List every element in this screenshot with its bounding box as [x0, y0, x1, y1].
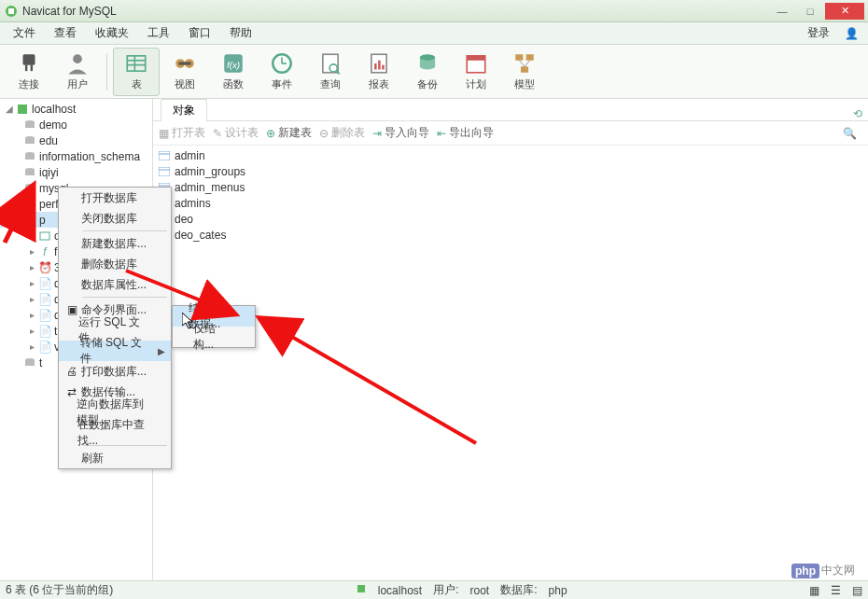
status-grid-icon[interactable]: ▦	[809, 584, 819, 597]
connection-label: localhost	[32, 103, 76, 116]
svg-rect-3	[25, 65, 27, 72]
tool-connection[interactable]: 连接	[6, 48, 52, 96]
tool-model[interactable]: 模型	[501, 48, 548, 96]
minimize-button[interactable]: —	[769, 3, 795, 20]
menu-help[interactable]: 帮助	[220, 23, 261, 43]
status-connection: localhost	[378, 584, 422, 597]
ctx-separator	[83, 230, 167, 231]
tree-db-informationschema[interactable]: information_schema	[0, 148, 152, 164]
objbar-delete[interactable]: ⊖删除表	[319, 125, 365, 141]
app-icon	[4, 4, 19, 19]
table-row[interactable]: deo_cates	[153, 227, 868, 243]
database-icon	[22, 133, 37, 148]
expand-icon[interactable]: ▸	[26, 294, 37, 304]
tool-table[interactable]: 表	[113, 48, 160, 96]
objbar-import[interactable]: ⇥导入向导	[372, 125, 429, 141]
folder-icon: 📄	[37, 324, 52, 339]
tab-objects[interactable]: 对象	[161, 99, 207, 121]
expand-icon[interactable]: ▸	[26, 278, 37, 288]
objbar-new[interactable]: ⊕新建表	[266, 125, 312, 141]
tool-query[interactable]: 查询	[307, 48, 354, 96]
table-row[interactable]: admin_menus	[153, 179, 868, 195]
login-link[interactable]: 登录	[798, 23, 839, 43]
svg-rect-47	[25, 217, 35, 223]
svg-rect-39	[25, 154, 35, 160]
status-detail-icon[interactable]: ▤	[852, 584, 862, 597]
menu-favorites[interactable]: 收藏夹	[86, 23, 138, 43]
expand-icon[interactable]: ◢	[4, 104, 15, 114]
objbar-design[interactable]: ✎设计表	[213, 125, 259, 141]
tab-sync-icon[interactable]: ⟲	[853, 107, 862, 120]
ctx-separator	[83, 297, 167, 298]
tree-db-demo[interactable]: demo	[0, 117, 152, 132]
watermark: php 中文网	[791, 563, 855, 578]
tree-connection[interactable]: ◢ localhost	[0, 101, 152, 117]
window-title: Navicat for MySQL	[22, 5, 769, 18]
ctx-open-db[interactable]: 打开数据库	[59, 188, 171, 208]
ctx-print-db[interactable]: 🖨打印数据库...	[59, 361, 171, 382]
expand-icon[interactable]: ▸	[26, 262, 37, 272]
database-icon	[22, 165, 37, 180]
tree-db-edu[interactable]: edu	[0, 132, 152, 148]
window-controls: — □ ✕	[769, 3, 864, 20]
ctx-delete-db[interactable]: 删除数据库	[59, 254, 171, 274]
status-list-icon[interactable]: ☰	[831, 584, 841, 597]
schedule-icon	[464, 51, 488, 76]
menu-file[interactable]: 文件	[4, 23, 45, 43]
svg-point-5	[73, 54, 82, 63]
table-row[interactable]: admin_groups	[153, 163, 868, 179]
tree-db-iqiyi[interactable]: iqiyi	[0, 164, 152, 180]
menu-tools[interactable]: 工具	[138, 23, 179, 43]
menu-bar: 文件 查看 收藏夹 工具 窗口 帮助 登录 👤	[0, 22, 868, 45]
ctx-dump-sql[interactable]: 转储 SQL 文件▶	[59, 341, 171, 361]
search-icon[interactable]: 🔍	[843, 127, 857, 140]
svg-rect-48	[40, 232, 49, 240]
status-user-label: 用户:	[433, 582, 458, 598]
ctx-refresh[interactable]: 刷新	[59, 448, 171, 468]
expand-icon[interactable]: ▸	[26, 230, 37, 241]
expand-icon[interactable]: ▸	[26, 326, 37, 336]
ctx-db-props[interactable]: 数据库属性...	[59, 274, 171, 295]
ctx-close-db[interactable]: 关闭数据库	[59, 208, 171, 229]
database-icon	[22, 118, 37, 132]
ctx-new-db[interactable]: 新建数据库...	[59, 233, 171, 254]
tool-backup[interactable]: 备份	[404, 48, 451, 96]
folder-icon: 📄	[37, 308, 52, 323]
table-row[interactable]: admins	[153, 195, 868, 211]
menu-view[interactable]: 查看	[45, 23, 86, 43]
table-list: admin admin_groups admin_menus admins de…	[153, 146, 868, 580]
objbar-open[interactable]: ▦打开表	[159, 125, 205, 141]
svg-line-32	[525, 61, 530, 67]
tool-view[interactable]: 视图	[161, 48, 208, 96]
expand-icon[interactable]: ▸	[26, 246, 37, 257]
content-area: 对象 ⟲ ▦打开表 ✎设计表 ⊕新建表 ⊖删除表 ⇥导入向导 ⇤导出向导 🔍 a…	[153, 99, 868, 580]
tool-schedule[interactable]: 计划	[453, 48, 499, 96]
plug-icon	[17, 51, 41, 76]
expand-icon[interactable]: ▸	[26, 341, 37, 352]
table-row[interactable]: deo	[153, 211, 868, 227]
table-icon	[157, 165, 172, 178]
objbar-export[interactable]: ⇤导出向导	[437, 125, 494, 141]
expand-icon[interactable]: ◢	[11, 215, 22, 225]
table-row[interactable]: admin	[153, 147, 868, 163]
tool-user[interactable]: 用户	[54, 48, 101, 96]
folder-icon: ⏰	[37, 260, 52, 275]
menu-window[interactable]: 窗口	[179, 23, 220, 43]
close-button[interactable]: ✕	[825, 3, 864, 20]
submenu-arrow-icon: ▶	[158, 346, 165, 356]
ctx-find-in-db[interactable]: 在数据库中查找...	[59, 423, 171, 443]
title-bar: Navicat for MySQL — □ ✕	[0, 0, 868, 22]
tool-report[interactable]: 报表	[356, 48, 402, 96]
tool-event[interactable]: 事件	[259, 48, 305, 96]
svg-rect-50	[25, 360, 35, 366]
ctx-structure-only[interactable]: 仅结构...	[173, 327, 255, 347]
folder-icon: 📄	[37, 340, 52, 355]
database-icon	[22, 213, 37, 228]
user-icon	[65, 51, 90, 76]
tool-function[interactable]: f(x) 函数	[210, 48, 257, 96]
expand-icon[interactable]: ▸	[26, 310, 37, 320]
table-icon	[157, 149, 172, 162]
print-icon: 🖨	[63, 365, 81, 378]
maximize-button[interactable]: □	[797, 3, 823, 20]
user-icon[interactable]: 👤	[845, 27, 859, 40]
